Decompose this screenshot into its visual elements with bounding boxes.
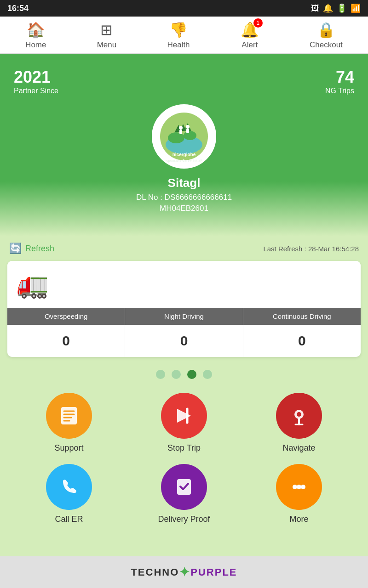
- navigate-label: Navigate: [282, 443, 315, 453]
- action-navigate[interactable]: Navigate: [244, 393, 354, 453]
- stat-value-night: 0: [125, 325, 243, 357]
- spacer: [0, 538, 368, 556]
- dot-1[interactable]: [156, 370, 165, 379]
- svg-text:nicerglobe: nicerglobe: [172, 152, 196, 157]
- stat-header-overspeeding: Overspeeding: [7, 308, 125, 325]
- driver-dl: DL No : DS6666666666611: [136, 193, 232, 202]
- stop-trip-circle: [161, 393, 207, 439]
- stats-inner: Overspeeding Night Driving Continuous Dr…: [7, 308, 361, 357]
- svg-marker-18: [177, 409, 191, 423]
- stat-header-continuous: Continuous Driving: [243, 308, 361, 325]
- action-delivery-proof[interactable]: Delivery Proof: [129, 464, 239, 524]
- profile-top-row: 2021 Partner Since 74 NG Trips: [14, 68, 354, 95]
- partner-year: 2021: [14, 68, 58, 87]
- stop-trip-icon: [173, 405, 195, 426]
- refresh-label: Refresh: [25, 244, 54, 254]
- action-more[interactable]: More: [244, 464, 354, 524]
- dots-row: [0, 364, 368, 388]
- truck-icon: 🚛: [17, 269, 49, 300]
- svg-point-23: [293, 485, 297, 489]
- stop-trip-label: Stop Trip: [167, 443, 201, 453]
- delivery-proof-icon: [173, 476, 195, 498]
- navigate-icon: [288, 405, 310, 426]
- call-er-icon: [58, 476, 80, 498]
- status-icons: 🖼 🔔 🔋 📶: [311, 3, 361, 13]
- last-refresh-text: Last Refresh : 28-Mar 16:54:28: [263, 245, 359, 253]
- stat-headers-row: Overspeeding Night Driving Continuous Dr…: [7, 308, 361, 325]
- svg-point-9: [186, 125, 190, 129]
- call-er-label: Call ER: [55, 514, 83, 524]
- alert-wrapper: 🔔 1: [241, 21, 259, 39]
- dot-4[interactable]: [203, 370, 212, 379]
- svg-point-25: [301, 485, 305, 489]
- signal-icon: 📶: [351, 3, 361, 13]
- support-circle: [46, 393, 92, 439]
- nav-alert[interactable]: 🔔 1 Alert: [241, 21, 259, 50]
- stat-value-overspeeding: 0: [7, 325, 125, 357]
- stat-values-row: 0 0 0: [7, 325, 361, 357]
- partner-info: 2021 Partner Since: [14, 68, 58, 95]
- action-stop-trip[interactable]: Stop Trip: [129, 393, 239, 453]
- ng-trips-count: 74: [325, 68, 354, 87]
- svg-point-7: [179, 126, 183, 130]
- svg-point-2: [168, 132, 184, 143]
- status-time: 16:54: [7, 4, 29, 13]
- delivery-proof-circle: [161, 464, 207, 510]
- svg-point-21: [297, 412, 301, 417]
- refresh-button[interactable]: 🔄 Refresh: [9, 243, 54, 254]
- svg-rect-13: [61, 407, 77, 424]
- footer-dot: ✦: [179, 565, 190, 580]
- nav-alert-label: Alert: [242, 40, 258, 50]
- notification-icon: 🔔: [323, 3, 333, 13]
- status-bar: 16:54 🖼 🔔 🔋 📶: [0, 0, 368, 17]
- nav-checkout[interactable]: 🔒 Checkout: [310, 21, 343, 50]
- truck-header: 🚛: [7, 261, 361, 308]
- partner-label: Partner Since: [14, 87, 58, 95]
- more-label: More: [289, 514, 308, 524]
- image-icon: 🖼: [311, 4, 319, 13]
- svg-text:Responsible Care® Initiative: Responsible Care® Initiative: [162, 159, 206, 163]
- alert-badge: 1: [253, 18, 263, 28]
- profile-section: 2021 Partner Since 74 NG Trips: [0, 54, 368, 236]
- svg-rect-8: [179, 130, 182, 134]
- dot-2[interactable]: [172, 370, 181, 379]
- health-icon: 👎: [169, 21, 188, 39]
- stat-value-continuous: 0: [243, 325, 361, 357]
- ng-trips: 74 NG Trips: [325, 68, 354, 95]
- nav-home-label: Home: [25, 40, 46, 50]
- nav-health-label: Health: [167, 40, 190, 50]
- stats-card: 🚛 Overspeeding Night Driving Continuous …: [7, 261, 361, 357]
- home-icon: 🏠: [27, 21, 45, 39]
- nav-home[interactable]: 🏠 Home: [25, 21, 46, 50]
- nav-menu-label: Menu: [97, 40, 117, 50]
- navigate-circle: [276, 393, 322, 439]
- footer-purple: PURPLE: [190, 566, 237, 578]
- dot-3[interactable]: [187, 370, 196, 379]
- stat-header-night: Night Driving: [125, 308, 243, 325]
- footer-brand: TECHNO ✦ PURPLE: [8, 565, 360, 580]
- nav-checkout-label: Checkout: [310, 40, 343, 50]
- svg-point-3: [184, 131, 196, 140]
- logo-svg: nicerglobe Responsible Care® Initiative: [158, 110, 211, 163]
- more-icon: [288, 476, 310, 498]
- driver-vehicle: MH04EB2601: [160, 204, 208, 213]
- more-circle: [276, 464, 322, 510]
- svg-rect-10: [186, 129, 189, 133]
- action-call-er[interactable]: Call ER: [14, 464, 124, 524]
- menu-icon: ⊞: [100, 21, 113, 39]
- refresh-row: 🔄 Refresh Last Refresh : 28-Mar 16:54:28: [0, 236, 368, 261]
- refresh-icon: 🔄: [9, 243, 22, 254]
- svg-point-24: [297, 485, 301, 489]
- call-er-circle: [46, 464, 92, 510]
- nav-bar: 🏠 Home ⊞ Menu 👎 Health 🔔 1 Alert 🔒 Check…: [0, 17, 368, 54]
- checkout-icon: 🔒: [317, 21, 335, 39]
- footer-techno: TECHNO: [131, 566, 179, 578]
- logo-circle: nicerglobe Responsible Care® Initiative: [152, 104, 216, 169]
- delivery-proof-label: Delivery Proof: [158, 514, 210, 524]
- ng-trips-label: NG Trips: [325, 87, 354, 95]
- nav-menu[interactable]: ⊞ Menu: [97, 21, 117, 50]
- nav-health[interactable]: 👎 Health: [167, 21, 190, 50]
- action-support[interactable]: Support: [14, 393, 124, 453]
- support-label: Support: [54, 443, 83, 453]
- support-icon: [58, 405, 80, 426]
